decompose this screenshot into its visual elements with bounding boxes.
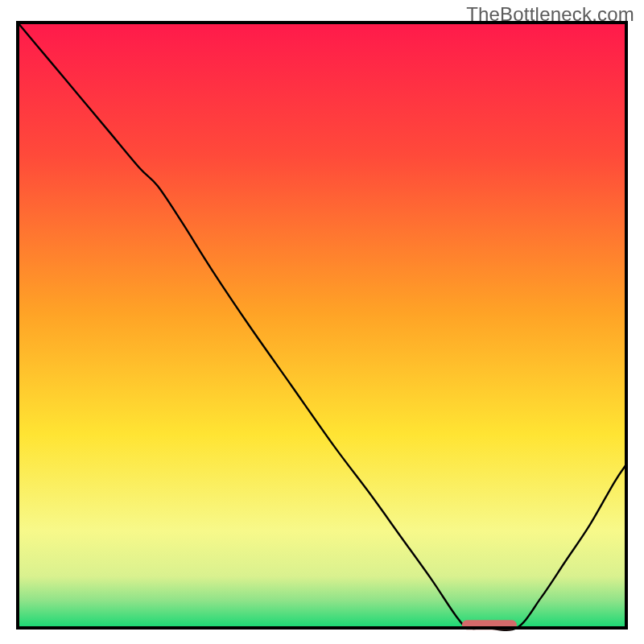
chart-container: TheBottleneck.com: [0, 0, 644, 644]
gradient-background: [18, 23, 626, 628]
bottleneck-chart: [0, 0, 644, 644]
